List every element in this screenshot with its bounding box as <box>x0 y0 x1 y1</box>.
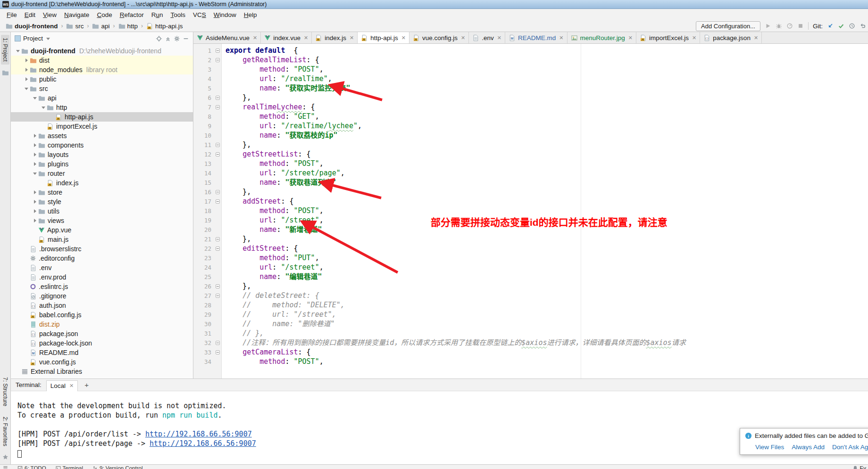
tree-item-readme-md[interactable]: MREADME.md <box>11 348 193 357</box>
code-line[interactable]: }, <box>225 281 868 291</box>
tab-index-vue[interactable]: index.vue✕ <box>261 32 312 43</box>
menu-item-edit[interactable]: Edit <box>21 10 39 19</box>
tab-http-api-js[interactable]: JShttp-api.js✕ <box>358 32 409 43</box>
menu-item-code[interactable]: Code <box>93 10 116 19</box>
tree-item-index-js[interactable]: JSindex.js <box>11 178 193 188</box>
chevron-down-icon[interactable] <box>15 48 21 54</box>
locate-file-icon[interactable] <box>156 35 162 42</box>
code-line[interactable]: url: "/street", <box>225 215 868 225</box>
code-line[interactable]: name: "获取荔枝的ip" <box>225 131 868 140</box>
stripe-tab-7-structure[interactable]: 7: Structure <box>1 374 9 409</box>
code-line[interactable]: getRealTimeList: { <box>225 55 868 65</box>
tree-item-main-js[interactable]: JSmain.js <box>11 235 193 244</box>
breadcrumb-item-http-api-js[interactable]: JShttp-api.js <box>144 22 185 30</box>
fold-marker-icon[interactable] <box>214 49 221 53</box>
code-line[interactable]: name: "获取实时监控列表" <box>225 83 868 93</box>
close-icon[interactable]: ✕ <box>628 35 633 41</box>
code-content[interactable]: export default { getRealTimeList: { meth… <box>222 44 868 378</box>
tree-item-env[interactable]: .env <box>11 263 193 272</box>
chevron-down-icon[interactable] <box>32 95 38 101</box>
code-line[interactable]: method: "POST", <box>225 206 868 215</box>
fold-marker-icon[interactable] <box>214 190 221 194</box>
code-line[interactable]: // name: "删除巷道" <box>225 319 868 329</box>
tree-item-gitignore[interactable]: .gitignore <box>11 291 193 301</box>
close-icon[interactable]: ✕ <box>69 383 74 389</box>
tree-item-package-json[interactable]: {}package.json <box>11 329 193 338</box>
terminal-tab-local[interactable]: Local ✕ <box>46 380 78 391</box>
notification-action-always-add[interactable]: Always Add <box>792 444 825 451</box>
code-line[interactable]: method: "PUT", <box>225 253 868 263</box>
hide-panel-icon[interactable] <box>183 35 189 42</box>
notification-action-don-t-ask-again[interactable]: Don't Ask Again <box>832 444 868 451</box>
breadcrumb-item-duoji-frontend[interactable]: duoji-frontend <box>4 22 59 30</box>
tree-item-babel-config-js[interactable]: JSbabel.config.js <box>11 310 193 320</box>
menu-item-vcs[interactable]: VCS <box>189 10 210 19</box>
fold-marker-icon[interactable] <box>214 105 221 109</box>
chevron-down-icon[interactable] <box>32 170 38 177</box>
code-line[interactable]: }, <box>225 187 868 197</box>
code-line[interactable]: url: "/street", <box>225 263 868 272</box>
terminal-link[interactable]: http://192.168.66.56:9007 <box>150 439 256 448</box>
add-configuration-button[interactable]: Add Configuration... <box>696 21 760 31</box>
fold-marker-icon[interactable] <box>214 199 221 204</box>
tree-item-router[interactable]: router <box>11 169 193 178</box>
code-line[interactable]: name: "新增巷道" <box>225 225 868 234</box>
tree-item-views[interactable]: views <box>11 216 193 225</box>
menu-item-file[interactable]: File <box>3 10 21 19</box>
fold-marker-icon[interactable] <box>214 284 221 288</box>
tab-env[interactable]: .env✕ <box>469 32 505 43</box>
chevron-right-icon[interactable] <box>32 161 38 167</box>
code-line[interactable]: name: "编辑巷道" <box>225 272 868 281</box>
chevron-right-icon[interactable] <box>32 208 38 214</box>
close-icon[interactable]: ✕ <box>754 35 758 41</box>
close-icon[interactable]: ✕ <box>559 35 563 41</box>
code-line[interactable]: method: "POST", <box>225 65 868 74</box>
stripe-tab-2-favorites[interactable]: 2: Favorites <box>1 414 9 449</box>
close-icon[interactable]: ✕ <box>304 35 308 41</box>
fold-marker-icon[interactable] <box>214 96 221 100</box>
code-line[interactable]: // }, <box>225 329 868 338</box>
code-line[interactable]: method: "POST", <box>225 357 868 366</box>
chevron-right-icon[interactable] <box>32 217 38 224</box>
fold-marker-icon[interactable] <box>214 237 221 241</box>
tree-item-browserslistrc[interactable]: .browserslistrc <box>11 244 193 254</box>
menu-item-help[interactable]: Help <box>240 10 261 19</box>
tree-item-importexcel-js[interactable]: JSimportExcel.js <box>11 122 193 131</box>
code-line[interactable]: // method: "DELETE", <box>225 300 868 310</box>
code-line[interactable]: //注释：所有用到删除的接口都需要拼接变量id，所以请求方式采用了挂载在原型链上… <box>225 338 868 347</box>
tab-vue-config-js[interactable]: JSvue.config.js✕ <box>409 32 469 43</box>
close-icon[interactable]: ✕ <box>692 35 696 41</box>
code-line[interactable]: url: "/realTime/lychee", <box>225 121 868 131</box>
code-line[interactable]: getStreetList: { <box>225 149 868 159</box>
chevron-down-icon[interactable] <box>23 85 30 92</box>
breadcrumb-item-api[interactable]: api <box>90 22 111 30</box>
tree-item-duoji-frontend[interactable]: duoji-frontendD:\zheheWeb\duoji-frontend <box>11 46 193 56</box>
code-line[interactable]: // url: "/street", <box>225 310 868 319</box>
code-line[interactable]: editStreet: { <box>225 244 868 253</box>
tree-item-vue-config-js[interactable]: JSvue.config.js <box>11 357 193 367</box>
tree-item-package-lock-json[interactable]: {}package-lock.json <box>11 338 193 348</box>
code-line[interactable]: }, <box>225 93 868 102</box>
chevron-right-icon[interactable] <box>32 198 38 205</box>
close-icon[interactable]: ✕ <box>461 35 465 41</box>
tab-readme-md[interactable]: MREADME.md✕ <box>505 32 567 43</box>
fold-marker-icon[interactable] <box>214 294 221 298</box>
menu-item-run[interactable]: Run <box>148 10 167 19</box>
code-line[interactable]: // deleteStreet: { <box>225 291 868 300</box>
tree-item-http-api-js[interactable]: JShttp-api.js <box>11 112 193 122</box>
tree-item-auth-json[interactable]: {}auth.json <box>11 301 193 310</box>
menu-item-window[interactable]: Window <box>210 10 240 19</box>
event-log-label[interactable]: Ev <box>860 465 866 469</box>
tree-item-node-modules[interactable]: node_moduleslibrary root <box>11 65 193 74</box>
close-icon[interactable]: ✕ <box>350 35 354 41</box>
collapse-all-icon[interactable] <box>165 35 171 42</box>
revert-icon[interactable] <box>860 23 866 29</box>
tree-item-editorconfig[interactable]: .editorconfig <box>11 254 193 263</box>
tree-item-dist-zip[interactable]: dist.zip <box>11 320 193 329</box>
history-icon[interactable] <box>849 23 855 29</box>
run-icon[interactable] <box>765 23 771 29</box>
chevron-right-icon[interactable] <box>32 142 38 148</box>
profiler-icon[interactable] <box>786 23 793 29</box>
tree-item-store[interactable]: store <box>11 188 193 197</box>
chevron-right-icon[interactable] <box>32 189 38 196</box>
